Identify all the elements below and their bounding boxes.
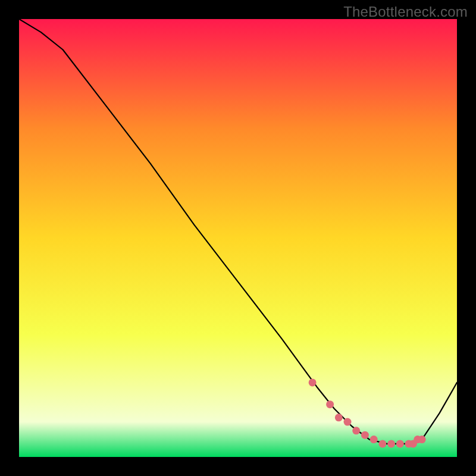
marker-dot bbox=[378, 440, 386, 447]
curve-layer-svg bbox=[19, 19, 457, 457]
marker-dot bbox=[387, 440, 395, 447]
watermark-text: TheBottleneck.com bbox=[343, 4, 468, 20]
marker-dot bbox=[361, 431, 369, 439]
optimal-range-markers bbox=[309, 378, 426, 447]
marker-dot bbox=[309, 378, 317, 386]
marker-dot bbox=[352, 427, 360, 434]
marker-dot bbox=[326, 400, 334, 408]
marker-dot bbox=[370, 436, 378, 443]
marker-dot bbox=[335, 414, 343, 421]
marker-dot bbox=[396, 440, 404, 447]
chart-frame: TheBottleneck.com bbox=[0, 0, 476, 476]
bottleneck-curve bbox=[19, 19, 457, 444]
plot-area bbox=[19, 19, 457, 457]
marker-dot bbox=[418, 436, 426, 443]
marker-dot bbox=[344, 418, 352, 426]
